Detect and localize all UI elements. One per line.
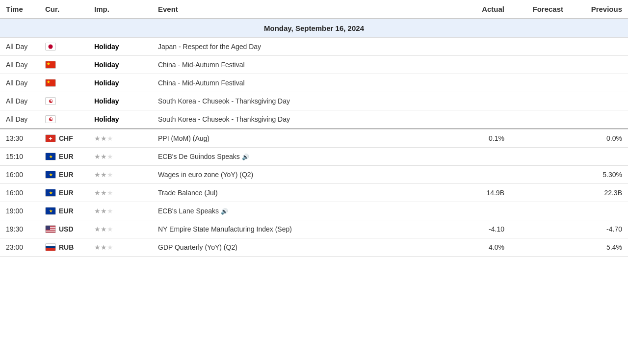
previous-cell bbox=[569, 92, 628, 110]
table-row: 19:00EUR★★★ECB's Lane Speaks🔊 bbox=[0, 202, 628, 220]
star-filled-icon: ★ bbox=[94, 189, 101, 197]
time-cell: 15:10 bbox=[0, 148, 39, 166]
col-time: Time bbox=[0, 0, 39, 19]
star-filled-icon: ★ bbox=[94, 225, 101, 233]
col-previous: Previous bbox=[569, 0, 628, 19]
flag-eur bbox=[45, 171, 56, 179]
forecast-cell bbox=[510, 92, 569, 110]
star-filled-icon: ★ bbox=[101, 134, 107, 142]
currency-cell bbox=[39, 110, 88, 129]
importance-cell: ★★★ bbox=[88, 220, 152, 238]
star-filled-icon: ★ bbox=[94, 134, 101, 142]
actual-cell: -4.10 bbox=[461, 220, 510, 238]
star-filled-icon: ★ bbox=[101, 153, 107, 160]
importance-cell: ★★★ bbox=[88, 148, 152, 166]
currency-cell bbox=[39, 74, 88, 92]
date-row: Monday, September 16, 2024 bbox=[0, 19, 628, 38]
table-row: 19:30USD★★★NY Empire State Manufacturing… bbox=[0, 220, 628, 238]
flag-eur bbox=[45, 189, 56, 197]
speaker-icon: 🔊 bbox=[221, 208, 228, 215]
event-cell: PPI (MoM) (Aug) bbox=[152, 130, 461, 148]
col-forecast: Forecast bbox=[510, 0, 569, 19]
star-empty-icon: ★ bbox=[107, 153, 113, 160]
importance-cell: Holiday bbox=[88, 38, 152, 56]
previous-cell: 5.4% bbox=[569, 238, 628, 257]
flag-eur bbox=[45, 153, 56, 160]
flag-jp bbox=[45, 43, 56, 51]
importance-cell: ★★★ bbox=[88, 166, 152, 184]
previous-cell bbox=[569, 148, 628, 166]
star-filled-icon: ★ bbox=[101, 207, 107, 215]
time-cell: 13:30 bbox=[0, 130, 39, 148]
previous-cell: 0.0% bbox=[569, 130, 628, 148]
previous-cell bbox=[569, 56, 628, 74]
actual-cell bbox=[461, 202, 510, 220]
importance-cell: ★★★ bbox=[88, 130, 152, 148]
currency-cell: EUR bbox=[39, 202, 88, 220]
previous-cell: -4.70 bbox=[569, 220, 628, 238]
time-cell: 19:00 bbox=[0, 202, 39, 220]
table-row: All DayHolidaySouth Korea - Chuseok - Th… bbox=[0, 110, 628, 129]
star-empty-icon: ★ bbox=[107, 189, 113, 197]
event-cell: South Korea - Chuseok - Thanksgiving Day bbox=[152, 92, 461, 110]
flag-eur bbox=[45, 207, 56, 215]
actual-cell: 14.9B bbox=[461, 184, 510, 202]
star-filled-icon: ★ bbox=[101, 225, 107, 233]
table-row: 23:00RUB★★★GDP Quarterly (YoY) (Q2)4.0%5… bbox=[0, 238, 628, 257]
holiday-label: Holiday bbox=[94, 61, 119, 69]
time-cell: All Day bbox=[0, 74, 39, 92]
holiday-label: Holiday bbox=[94, 43, 119, 51]
currency-label: CHF bbox=[59, 134, 73, 142]
speaker-icon: 🔊 bbox=[242, 154, 249, 160]
importance-cell: ★★★ bbox=[88, 202, 152, 220]
forecast-cell bbox=[510, 238, 569, 257]
table-row: All DayHolidaySouth Korea - Chuseok - Th… bbox=[0, 92, 628, 110]
importance-cell: Holiday bbox=[88, 92, 152, 110]
time-cell: 16:00 bbox=[0, 166, 39, 184]
event-cell: China - Mid-Autumn Festival bbox=[152, 56, 461, 74]
currency-cell: EUR bbox=[39, 184, 88, 202]
star-filled-icon: ★ bbox=[94, 243, 101, 251]
forecast-cell bbox=[510, 130, 569, 148]
event-cell: NY Empire State Manufacturing Index (Sep… bbox=[152, 220, 461, 238]
time-cell: 16:00 bbox=[0, 184, 39, 202]
star-empty-icon: ★ bbox=[107, 207, 113, 215]
importance-cell: ★★★ bbox=[88, 238, 152, 257]
actual-cell bbox=[461, 74, 510, 92]
event-cell: South Korea - Chuseok - Thanksgiving Day bbox=[152, 110, 461, 129]
currency-cell: CHF bbox=[39, 130, 88, 148]
flag-kr bbox=[45, 115, 56, 123]
time-cell: 23:00 bbox=[0, 238, 39, 257]
col-imp: Imp. bbox=[88, 0, 152, 19]
forecast-cell bbox=[510, 38, 569, 56]
currency-label: USD bbox=[59, 225, 74, 233]
importance-cell: ★★★ bbox=[88, 184, 152, 202]
currency-cell: USD bbox=[39, 220, 88, 238]
actual-cell: 0.1% bbox=[461, 130, 510, 148]
forecast-cell bbox=[510, 184, 569, 202]
col-actual: Actual bbox=[461, 0, 510, 19]
table-row: 13:30CHF★★★PPI (MoM) (Aug)0.1%0.0% bbox=[0, 130, 628, 148]
star-empty-icon: ★ bbox=[107, 171, 113, 179]
table-row: 16:00EUR★★★Wages in euro zone (YoY) (Q2)… bbox=[0, 166, 628, 184]
previous-cell bbox=[569, 202, 628, 220]
actual-cell bbox=[461, 92, 510, 110]
time-cell: All Day bbox=[0, 110, 39, 129]
time-cell: 19:30 bbox=[0, 220, 39, 238]
forecast-cell bbox=[510, 74, 569, 92]
forecast-cell bbox=[510, 56, 569, 74]
time-cell: All Day bbox=[0, 38, 39, 56]
importance-cell: Holiday bbox=[88, 110, 152, 129]
holiday-label: Holiday bbox=[94, 79, 119, 87]
event-cell: ECB's Lane Speaks🔊 bbox=[152, 202, 461, 220]
star-filled-icon: ★ bbox=[94, 207, 101, 215]
actual-cell bbox=[461, 148, 510, 166]
currency-cell: EUR bbox=[39, 166, 88, 184]
importance-cell: Holiday bbox=[88, 56, 152, 74]
holiday-label: Holiday bbox=[94, 115, 119, 123]
table-row: 15:10EUR★★★ECB's De Guindos Speaks🔊 bbox=[0, 148, 628, 166]
table-row: All DayHolidayChina - Mid-Autumn Festiva… bbox=[0, 56, 628, 74]
actual-cell bbox=[461, 56, 510, 74]
currency-cell bbox=[39, 92, 88, 110]
currency-cell bbox=[39, 38, 88, 56]
